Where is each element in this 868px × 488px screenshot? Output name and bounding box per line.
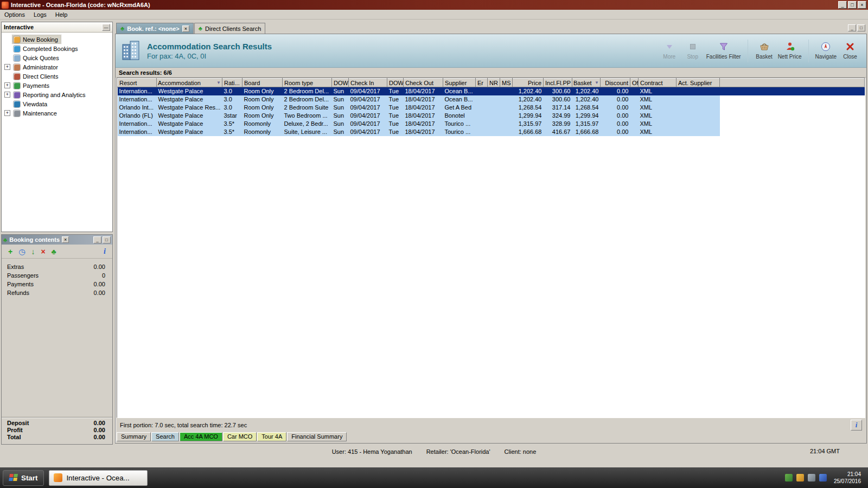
menu-help[interactable]: Help bbox=[51, 10, 72, 19]
cell-board: Roomonly bbox=[242, 120, 283, 128]
col-accommodation[interactable]: Accommodation▼ bbox=[157, 79, 222, 87]
col-resort[interactable]: Resort bbox=[118, 79, 157, 87]
cell-resort: Internation... bbox=[118, 120, 157, 128]
document-restore-button[interactable]: □ bbox=[857, 24, 865, 31]
tab-direct-clients-search[interactable]: ♣ Direct Clients Search bbox=[194, 23, 266, 34]
booking-contents-row[interactable]: Passengers 0 bbox=[2, 271, 112, 280]
stop-button[interactable]: Stop bbox=[683, 42, 703, 60]
collapse-panel-button[interactable]: — bbox=[102, 24, 110, 31]
col-rating[interactable]: Rati... bbox=[222, 79, 242, 87]
start-button[interactable]: Start bbox=[3, 470, 44, 486]
column-sort-icon[interactable]: ▼ bbox=[595, 80, 599, 85]
expander-icon[interactable]: + bbox=[4, 110, 10, 116]
sidebar-item[interactable]: + Direct Clients bbox=[2, 72, 112, 81]
column-filter-icon[interactable]: ▼ bbox=[216, 80, 221, 85]
result-row[interactable]: Orlando (FL) Westgate Palace 3star Room … bbox=[118, 112, 865, 120]
basket-button[interactable]: Basket bbox=[755, 42, 774, 60]
info-icon[interactable]: i bbox=[104, 247, 106, 256]
booking-total-value: 0.00 bbox=[94, 420, 105, 427]
sidebar-item[interactable]: + Payments bbox=[2, 81, 112, 90]
tray-display-icon[interactable] bbox=[808, 474, 815, 481]
menu-options[interactable]: Options bbox=[0, 10, 29, 19]
bottom-tab[interactable]: Search bbox=[151, 432, 179, 441]
col-basket[interactable]: Basket▼ bbox=[572, 79, 601, 87]
cell-filler bbox=[720, 104, 865, 112]
sidebar-item[interactable]: + Reporting and Analytics bbox=[2, 90, 112, 99]
expander-icon[interactable]: + bbox=[4, 64, 10, 70]
col-check-in[interactable]: Check In bbox=[349, 79, 387, 87]
info-button[interactable]: i bbox=[851, 420, 862, 431]
minimize-button[interactable]: _ bbox=[838, 1, 847, 9]
col-supplier[interactable]: Supplier bbox=[443, 79, 476, 87]
more-button[interactable]: More bbox=[660, 42, 679, 60]
col-act-supplier[interactable]: Act. Supplier bbox=[676, 79, 720, 87]
navigate-button[interactable]: Navigate bbox=[815, 42, 837, 60]
close-search-button[interactable]: Close bbox=[840, 42, 860, 60]
sidebar-item[interactable]: + Viewdata bbox=[2, 99, 112, 108]
palm-icon: ♣ bbox=[120, 25, 124, 31]
bottom-tab[interactable]: Tour 4A bbox=[257, 432, 286, 441]
tray-volume-icon[interactable] bbox=[819, 474, 827, 481]
titlebar: Interactive - Ocean-Florida (code: wNcRx… bbox=[0, 0, 868, 10]
result-row[interactable]: Internation... Westgate Palace 3.0 Room … bbox=[118, 87, 865, 95]
booking-contents-toolbar: + ◷ ↓ × ♣ i bbox=[2, 245, 112, 259]
booking-contents-close-button[interactable]: × bbox=[62, 236, 69, 243]
col-incl-fl-pp[interactable]: Incl.Fl.PP bbox=[544, 79, 572, 87]
bottom-tab[interactable]: Summary bbox=[117, 432, 151, 441]
bottom-tab[interactable]: Acc 4A MCO bbox=[180, 432, 222, 441]
col-board[interactable]: Board bbox=[242, 79, 283, 87]
bottom-tab[interactable]: Financial Summary bbox=[287, 432, 347, 441]
sidebar-item-body: New Booking bbox=[12, 35, 61, 43]
result-row[interactable]: Internation... Westgate Palace 3.0 Room … bbox=[118, 95, 865, 104]
sidebar-item[interactable]: + Completed Bookings bbox=[2, 44, 112, 53]
add-item-icon[interactable]: + bbox=[8, 247, 12, 256]
result-row[interactable]: Orlando Int... Westgate Palace Res... 3.… bbox=[118, 104, 865, 112]
col-dow-in[interactable]: DOW bbox=[332, 79, 349, 87]
document-minimize-button[interactable]: _ bbox=[848, 24, 856, 31]
col-of[interactable]: Of bbox=[630, 79, 639, 87]
tray-alert-icon[interactable] bbox=[796, 474, 804, 481]
tray-clock[interactable]: 21:04 25/07/2016 bbox=[834, 471, 861, 485]
menu-logs[interactable]: Logs bbox=[29, 10, 51, 19]
page-title: Accommodation Search Results bbox=[147, 42, 272, 51]
col-er[interactable]: Er bbox=[476, 79, 488, 87]
nett-price-button[interactable]: Nett Price bbox=[778, 42, 802, 60]
col-discount[interactable]: Discount bbox=[601, 79, 630, 87]
expander-icon[interactable]: + bbox=[4, 82, 10, 88]
clock-icon[interactable]: ◷ bbox=[18, 247, 25, 256]
col-dow-out[interactable]: DOW bbox=[387, 79, 404, 87]
booking-contents-row[interactable]: Refunds 0.00 bbox=[2, 288, 112, 297]
sidebar-item[interactable]: + Quick Quotes bbox=[2, 53, 112, 62]
col-basket-label: Basket bbox=[573, 80, 592, 86]
move-to-basket-icon[interactable]: ↓ bbox=[31, 247, 35, 256]
booking-contents-row[interactable]: Extras 0.00 bbox=[2, 262, 112, 271]
delete-item-icon[interactable]: × bbox=[41, 247, 45, 256]
result-row[interactable]: Internation... Westgate Palace 3.5* Room… bbox=[118, 128, 865, 136]
tab-book-ref[interactable]: ♣ Book. ref.: <none> × bbox=[116, 23, 194, 34]
tray-update-icon[interactable] bbox=[785, 474, 793, 481]
col-contract[interactable]: Contract bbox=[639, 79, 676, 87]
booking-contents-maximize-button[interactable]: □ bbox=[103, 236, 111, 243]
cell-of bbox=[630, 95, 639, 104]
close-button[interactable]: × bbox=[858, 1, 866, 9]
col-check-out[interactable]: Check Out bbox=[404, 79, 443, 87]
col-nr[interactable]: NR bbox=[488, 79, 500, 87]
sidebar-item[interactable]: + Maintenance bbox=[2, 108, 112, 118]
sidebar-item[interactable]: + Administrator bbox=[2, 62, 112, 72]
booking-contents-minimize-button[interactable]: _ bbox=[93, 236, 101, 243]
cell-basket: 1,315.97 bbox=[572, 120, 601, 128]
col-ms[interactable]: MS bbox=[500, 79, 513, 87]
booking-contents-row[interactable]: Payments 0.00 bbox=[2, 280, 112, 288]
tab-close-icon[interactable]: × bbox=[182, 25, 189, 32]
bottom-tab[interactable]: Car MCO bbox=[223, 432, 257, 441]
col-room-type[interactable]: Room type bbox=[283, 79, 332, 87]
col-price[interactable]: Price bbox=[513, 79, 544, 87]
sidebar-item[interactable]: + New Booking bbox=[2, 35, 112, 44]
palm-tool-icon[interactable]: ♣ bbox=[52, 247, 56, 256]
taskbar-task-interactive[interactable]: Interactive - Ocea... bbox=[49, 470, 148, 486]
maximize-button[interactable]: □ bbox=[848, 1, 857, 9]
expander-icon[interactable]: + bbox=[4, 92, 10, 98]
result-row[interactable]: Internation... Westgate Palace 3.5* Room… bbox=[118, 120, 865, 128]
results-table: Resort Accommodation▼ Rati... Board Room… bbox=[117, 78, 865, 136]
facilities-filter-button[interactable]: Facilities Filter bbox=[706, 42, 741, 60]
